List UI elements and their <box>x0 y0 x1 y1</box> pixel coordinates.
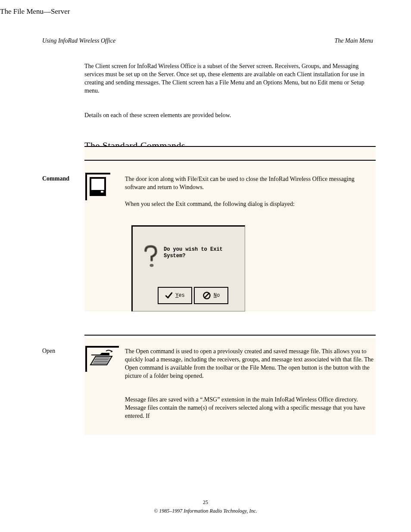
question-icon <box>142 245 159 269</box>
door-icon <box>90 177 106 196</box>
rule-top <box>84 146 376 147</box>
open-icon-frame <box>85 346 119 372</box>
row-label-open: Open <box>42 348 79 355</box>
exit-description-1: The door icon along with File/Exit can b… <box>125 175 375 192</box>
rule-file <box>84 335 376 336</box>
no-label: No <box>214 292 220 299</box>
yes-button[interactable]: Yes <box>158 287 192 304</box>
no-button[interactable]: No <box>194 287 228 304</box>
screen-details-note: Details on each of these screen elements… <box>84 112 376 120</box>
open-folder-icon <box>90 349 114 367</box>
svg-line-2 <box>205 293 209 298</box>
dialog-message: Do you wish to Exit System? <box>164 246 233 259</box>
open-description-2: Message files are saved with a “.MSG” ex… <box>125 396 375 420</box>
row-label-command: Command <box>42 175 79 182</box>
exit-confirm-dialog: Do you wish to Exit System? Yes No <box>131 225 245 311</box>
exit-description-2: When you select the Exit command, the fo… <box>125 200 375 208</box>
svg-point-0 <box>150 264 154 267</box>
page-number: 25 <box>0 499 411 506</box>
exit-icon-frame <box>85 173 110 200</box>
check-icon <box>165 292 173 299</box>
subsection-heading-file: The File Menu—Server <box>0 7 411 16</box>
page: Using InfoRad Wireless Office The Main M… <box>0 7 411 532</box>
band-header <box>84 147 376 160</box>
footer-copyright: © 1985–1997 Information Radio Technology… <box>0 508 411 514</box>
runhead-left: Using InfoRad Wireless Office <box>42 37 115 44</box>
intro-paragraph: The Client screen for InfoRad Wireless O… <box>84 62 376 95</box>
no-entry-icon <box>202 291 211 300</box>
yes-label: Yes <box>175 292 185 299</box>
rule-mid <box>84 160 376 161</box>
runhead-right: The Main Menu <box>335 37 373 44</box>
open-description-1: The Open command is used to open a previ… <box>125 348 375 380</box>
